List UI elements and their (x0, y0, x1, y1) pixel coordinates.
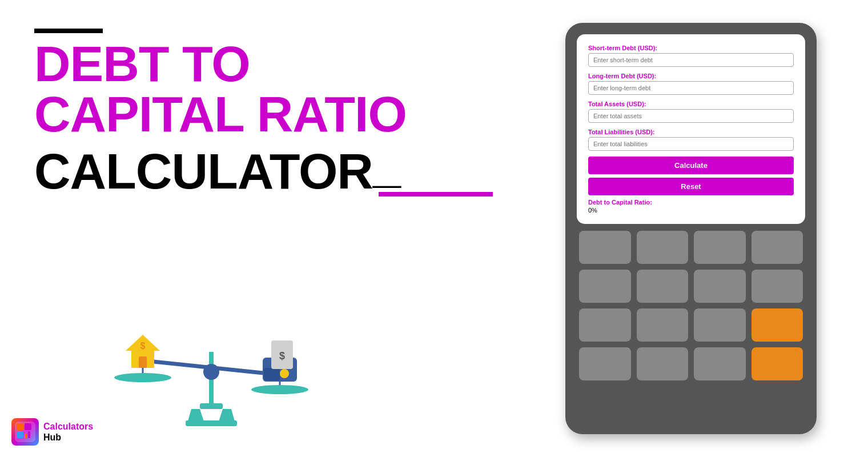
key-14[interactable] (694, 347, 746, 380)
key-9[interactable] (579, 308, 631, 342)
key-4[interactable] (752, 231, 803, 264)
logo: Calculators Hub (11, 418, 93, 446)
svg-rect-25 (28, 431, 30, 438)
key-10[interactable] (637, 308, 689, 342)
svg-point-16 (280, 369, 289, 378)
key-12[interactable] (579, 347, 631, 380)
svg-text:$: $ (140, 341, 146, 351)
balance-illustration: $ $ (103, 278, 320, 440)
svg-rect-24 (25, 434, 27, 438)
total-assets-label: Total Assets (USD): (588, 101, 794, 107)
key-6[interactable] (637, 270, 689, 303)
result-label: Debt to Capital Ratio: (588, 199, 794, 206)
total-assets-input[interactable] (588, 109, 794, 123)
right-section: Short-term Debt (USD): Long-term Debt (U… (514, 0, 868, 457)
title-line1: DEBT TO (34, 39, 480, 89)
short-term-debt-label: Short-term Debt (USD): (588, 45, 794, 51)
key-13[interactable] (637, 347, 689, 380)
total-liabilities-label: Total Liabilities (USD): (588, 129, 794, 135)
short-term-debt-group: Short-term Debt (USD): (588, 45, 794, 67)
svg-rect-19 (186, 420, 237, 426)
svg-point-7 (251, 385, 308, 394)
title-calculator-text: CALCULATOR (34, 146, 373, 197)
key-5[interactable] (579, 270, 631, 303)
reset-button[interactable]: Reset (588, 178, 794, 195)
calculator-screen: Short-term Debt (USD): Long-term Debt (U… (577, 34, 805, 224)
title-line2: CAPITAL RATIO (34, 89, 480, 139)
logo-name-line2: Hub (43, 432, 93, 443)
svg-rect-22 (25, 423, 31, 430)
long-term-debt-group: Long-term Debt (USD): (588, 73, 794, 95)
calculator-body: Short-term Debt (USD): Long-term Debt (U… (565, 23, 817, 434)
total-liabilities-group: Total Liabilities (USD): (588, 129, 794, 151)
top-accent-bar (34, 29, 103, 33)
calculator-keypad (577, 231, 805, 380)
key-11[interactable] (694, 308, 746, 342)
key-3[interactable] (694, 231, 746, 264)
short-term-debt-input[interactable] (588, 53, 794, 67)
svg-rect-10 (139, 356, 147, 368)
key-1[interactable] (579, 231, 631, 264)
svg-text:$: $ (279, 350, 285, 362)
logo-icon (11, 418, 39, 446)
key-orange-1[interactable] (752, 308, 803, 342)
long-term-debt-label: Long-term Debt (USD): (588, 73, 794, 79)
bottom-accent-bar (379, 192, 493, 197)
result-value: 0% (588, 207, 794, 214)
long-term-debt-input[interactable] (588, 81, 794, 95)
logo-text: Calculators Hub (43, 421, 93, 443)
result-section: Debt to Capital Ratio: 0% (588, 199, 794, 214)
key-8[interactable] (752, 270, 803, 303)
key-2[interactable] (637, 231, 689, 264)
left-section: DEBT TO CAPITAL RATIO CALCULATOR _ (0, 0, 514, 457)
title-line3: CALCULATOR _ (34, 139, 480, 197)
main-title: DEBT TO CAPITAL RATIO CALCULATOR _ (34, 39, 480, 197)
calculate-button[interactable]: Calculate (588, 157, 794, 174)
key-orange-2[interactable] (752, 347, 803, 380)
total-liabilities-input[interactable] (588, 137, 794, 151)
svg-rect-13 (264, 368, 280, 380)
key-7[interactable] (694, 270, 746, 303)
logo-name-line1: Calculators (43, 421, 93, 432)
underline-wrapper: _ (373, 139, 493, 197)
total-assets-group: Total Assets (USD): (588, 101, 794, 123)
svg-rect-23 (17, 431, 23, 438)
title-underscore: _ (373, 139, 400, 190)
svg-point-6 (114, 373, 171, 382)
svg-rect-21 (17, 423, 23, 430)
